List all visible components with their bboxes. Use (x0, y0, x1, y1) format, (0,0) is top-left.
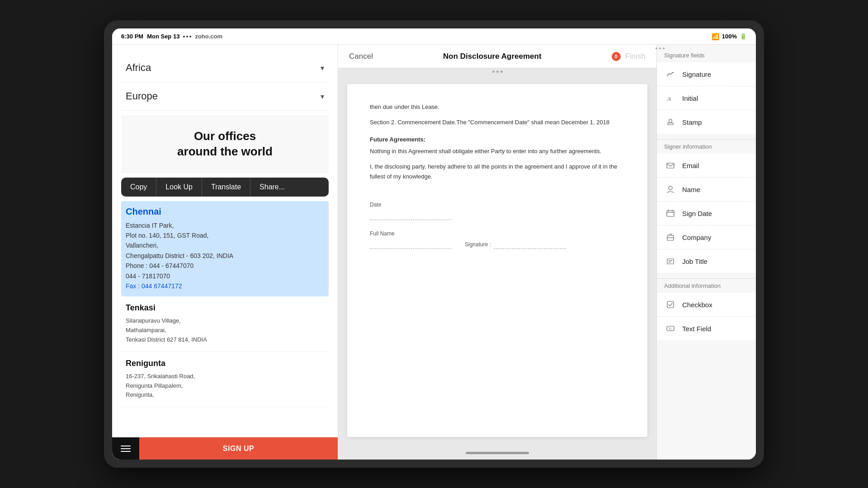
office-banner: Our offices around the world (121, 115, 329, 173)
wifi-percent: 100% (722, 33, 737, 40)
signdate-label-text: Sign Date (682, 210, 712, 217)
checkbox-icon (664, 298, 677, 311)
signature-label: Signature : (465, 240, 491, 249)
signature-icon (664, 68, 677, 80)
signer-item-company[interactable]: Company (657, 225, 756, 249)
tablet-screen: 6:30 PM Mon Sep 13 zoho.com 📶 100% 🔋 (112, 28, 756, 460)
signer-section-title: Signer information (657, 143, 756, 154)
bottom-bar: SIGN UP (112, 437, 338, 460)
date-display: Mon Sep 13 (147, 33, 179, 40)
accordion-europe-arrow: ▾ (321, 92, 324, 101)
signer-item-signdate[interactable]: Sign Date (657, 202, 756, 225)
additional-item-checkbox[interactable]: Checkbox (657, 293, 756, 317)
left-panel-scroll[interactable]: Africa ▾ Europe ▾ Our offices around the… (112, 45, 338, 437)
doc-title: Non Disclosure Agreement (443, 52, 542, 61)
selected-city-block: Chennai Estancia IT Park, Plot no. 140, … (121, 201, 329, 297)
section-divider-1 (657, 139, 756, 140)
network-dots (183, 36, 191, 38)
textfield-icon: T| (664, 322, 677, 335)
signature-item-signature[interactable]: Signature (657, 62, 756, 86)
center-panel: Cancel Non Disclosure Agreement 0 Finish (338, 45, 656, 460)
date-field: Date (370, 200, 451, 220)
doc-text-2: Section 2. Commencement Date.The "Commen… (370, 117, 625, 127)
stamp-icon (664, 116, 677, 128)
cancel-button[interactable]: Cancel (349, 52, 373, 61)
doc-top-bar: Cancel Non Disclosure Agreement 0 Finish (338, 45, 656, 68)
textfield-label-text: Text Field (682, 325, 711, 333)
fullname-field: Full Name (370, 229, 451, 249)
status-bar: 6:30 PM Mon Sep 13 zoho.com 📶 100% 🔋 (112, 28, 756, 45)
signer-items: Email Name (657, 154, 756, 273)
home-bar (338, 446, 656, 460)
svg-rect-2 (669, 119, 672, 123)
email-icon (664, 159, 677, 172)
accordion-africa-label: Africa (126, 62, 151, 74)
status-right: 📶 100% 🔋 (712, 33, 747, 40)
signature-section-title: Signature fields (657, 52, 756, 62)
svg-rect-5 (667, 211, 674, 216)
context-menu: Copy Look Up Translate Share... (121, 178, 329, 197)
section-divider-2 (657, 278, 756, 279)
main-content: Africa ▾ Europe ▾ Our offices around the… (112, 45, 756, 460)
tablet-frame: 6:30 PM Mon Sep 13 zoho.com 📶 100% 🔋 (104, 20, 764, 468)
signature-field: Signature : (465, 240, 566, 249)
doc-content-area[interactable]: then due under this Lease. Section 2. Co… (338, 75, 656, 446)
svg-text:T|: T| (668, 327, 671, 331)
stamp-label-text: Stamp (682, 118, 702, 126)
signature-item-initial[interactable]: A Initial (657, 86, 756, 110)
initial-label-text: Initial (682, 94, 698, 102)
time-display: 6:30 PM (121, 33, 143, 40)
name-label-text: Name (682, 186, 700, 193)
checkbox-label-text: Checkbox (682, 301, 712, 309)
signature-items: Signature A Initial (657, 62, 756, 134)
accordion-europe[interactable]: Europe ▾ (121, 82, 329, 111)
home-indicator (466, 452, 529, 454)
finish-button[interactable]: Finish (625, 52, 646, 61)
jobtitle-label-text: Job Title (682, 258, 708, 265)
initial-icon: A (664, 92, 677, 104)
signup-button[interactable]: SIGN UP (139, 437, 338, 460)
signer-item-email[interactable]: Email (657, 154, 756, 178)
accordion-africa[interactable]: Africa ▾ (121, 54, 329, 82)
battery-icon: 🔋 (740, 33, 747, 40)
signdate-icon (664, 207, 677, 220)
doc-section-title: Future Agreements: (370, 135, 625, 145)
translate-button[interactable]: Translate (202, 178, 250, 197)
company-icon (664, 231, 677, 244)
hamburger-button[interactable] (112, 437, 139, 460)
status-left: 6:30 PM Mon Sep 13 zoho.com (121, 33, 222, 40)
signer-item-name[interactable]: Name (657, 178, 756, 202)
name-icon (664, 183, 677, 196)
accordion-europe-label: Europe (126, 90, 158, 102)
additional-items: Checkbox T| Text Field (657, 293, 756, 340)
copy-button[interactable]: Copy (121, 178, 156, 197)
website-display: zoho.com (195, 33, 222, 40)
left-panel: Africa ▾ Europe ▾ Our offices around the… (112, 45, 338, 460)
svg-rect-11 (667, 259, 674, 264)
signer-item-jobtitle[interactable]: Job Title (657, 249, 756, 273)
signature-label-text: Signature (682, 70, 711, 78)
doc-paper: then due under this Lease. Section 2. Co… (347, 84, 647, 437)
jobtitle-icon (664, 255, 677, 267)
signature-item-stamp[interactable]: Stamp (657, 110, 756, 134)
city-address: Estancia IT Park, Plot no. 140, 151, GST… (126, 221, 324, 291)
additional-item-textfield[interactable]: T| Text Field (657, 317, 756, 340)
office-tenkasi: Tenkasi Silaraipuravu Village, Mathalamp… (121, 296, 329, 352)
office-renigunta: Renigunta 16-237, Srikalahasti Road, Ren… (121, 352, 329, 407)
email-label-text: Email (682, 162, 699, 169)
doc-text-1: then due under this Lease. (370, 102, 625, 112)
right-panel: Signature fields Signature A (656, 45, 756, 460)
svg-rect-3 (667, 163, 674, 168)
svg-text:A: A (667, 95, 671, 102)
notification-badge: 0 (612, 52, 621, 61)
doc-text-4: I, the disclosing party, hereby adhere t… (370, 162, 625, 182)
accordion-africa-arrow: ▾ (321, 64, 324, 72)
hamburger-icon (121, 446, 131, 452)
share-button[interactable]: Share... (250, 178, 294, 197)
additional-section-title: Additional information (657, 282, 756, 293)
lookup-button[interactable]: Look Up (156, 178, 202, 197)
svg-rect-1 (668, 123, 673, 125)
banner-title: Our offices around the world (130, 129, 320, 160)
city-name: Chennai (126, 206, 324, 217)
doc-text-3: Nothing in this Agreement shall obligate… (370, 146, 625, 156)
